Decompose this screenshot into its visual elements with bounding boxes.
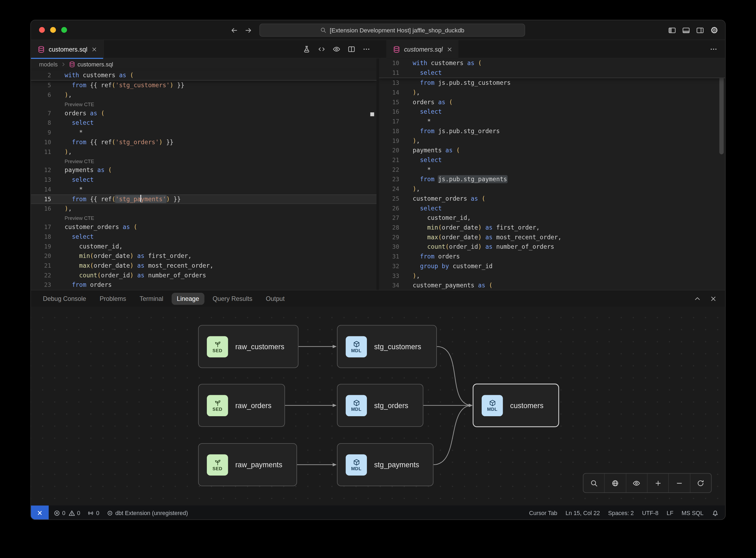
tab-customers-sql-left[interactable]: customers.sql xyxy=(31,40,104,58)
lineage-node-stg_orders[interactable]: MDLstg_orders xyxy=(337,384,423,427)
code-line[interactable]: 21 select xyxy=(379,155,725,165)
code-editor-source[interactable]: 5 from {{ ref('stg_customers') }}6),Prev… xyxy=(31,80,376,290)
lineage-node-stg_payments[interactable]: MDLstg_payments xyxy=(337,443,433,486)
status-ports[interactable]: 0 xyxy=(87,510,99,516)
panel-tab-terminal[interactable]: Terminal xyxy=(134,293,168,305)
breadcrumb[interactable]: models customers.sql xyxy=(31,58,376,71)
code-line[interactable]: 18 select xyxy=(31,232,376,242)
panel-tab-problems[interactable]: Problems xyxy=(94,293,131,305)
code-line[interactable]: 11), xyxy=(31,147,376,157)
code-line[interactable]: 16), xyxy=(31,204,376,213)
eye-icon[interactable] xyxy=(333,45,340,53)
lineage-node-raw_orders[interactable]: SEDraw_orders xyxy=(198,384,285,427)
code-line[interactable]: 6), xyxy=(31,90,376,100)
code-line[interactable]: 5 from {{ ref('stg_customers') }} xyxy=(31,80,376,90)
code-line[interactable]: 13 select xyxy=(31,175,376,185)
ellipsis-icon[interactable] xyxy=(710,45,718,53)
lineage-toolbar-search[interactable] xyxy=(583,474,604,492)
maximize-panel-icon[interactable] xyxy=(694,295,701,302)
code-line[interactable]: 16 select xyxy=(379,107,725,117)
code-line[interactable]: 10with customers as ( xyxy=(379,58,725,68)
ellipsis-icon[interactable] xyxy=(363,45,370,53)
code-line[interactable]: 17customer_orders as ( xyxy=(31,222,376,232)
code-line[interactable]: 19 customer_id, xyxy=(31,242,376,251)
panel-right-icon[interactable] xyxy=(696,26,704,34)
code-line[interactable]: 26 select xyxy=(379,204,725,213)
gear-icon[interactable] xyxy=(710,26,718,34)
code-line[interactable]: 30 count(order_id) as number_of_orders xyxy=(379,242,725,252)
panel-tab-output[interactable]: Output xyxy=(261,293,290,305)
lineage-toolbar-zoom-in[interactable] xyxy=(647,474,668,492)
status-indentation[interactable]: Spaces: 2 xyxy=(608,510,634,516)
code-line[interactable]: 20 min(order_date) as first_order, xyxy=(31,251,376,261)
code-line[interactable]: 31 from orders xyxy=(379,252,725,261)
code-line[interactable]: 22 * xyxy=(379,165,725,175)
code-line[interactable]: 15orders as ( xyxy=(379,98,725,107)
code-line[interactable]: 33), xyxy=(379,271,725,281)
flask-icon[interactable] xyxy=(303,45,311,53)
status-language-mode[interactable]: MS SQL xyxy=(681,510,703,516)
codelens-row[interactable]: Preview CTE xyxy=(31,157,376,165)
code-line[interactable]: 22 count(order_id) as number_of_orders xyxy=(31,271,376,280)
code-line[interactable]: 11 select xyxy=(379,68,725,78)
status-cursor-position[interactable]: Ln 15, Col 22 xyxy=(565,510,600,516)
code-line[interactable]: 20payments as ( xyxy=(379,146,725,155)
close-panel-icon[interactable] xyxy=(710,295,717,302)
close-tab-icon[interactable] xyxy=(447,46,453,52)
panel-left-icon[interactable] xyxy=(668,26,676,34)
lineage-node-stg_customers[interactable]: MDLstg_customers xyxy=(337,325,437,368)
codelens-row[interactable]: Preview CTE xyxy=(31,100,376,108)
breadcrumb-folder[interactable]: models xyxy=(39,61,58,68)
breadcrumb-file[interactable]: customers.sql xyxy=(69,61,113,68)
code-line[interactable]: 14), xyxy=(379,88,725,98)
status-problems[interactable]: 00 xyxy=(53,510,80,516)
status-encoding[interactable]: UTF-8 xyxy=(642,510,658,516)
code-line[interactable]: 17 * xyxy=(379,117,725,126)
lineage-node-customers[interactable]: MDLcustomers xyxy=(473,384,559,427)
lineage-toolbar-refresh[interactable] xyxy=(690,474,711,492)
code-line[interactable]: 2with customers as ( xyxy=(31,71,376,80)
status-eol[interactable]: LF xyxy=(667,510,673,516)
status-cursor-tab[interactable]: Cursor Tab xyxy=(529,510,557,516)
code-line[interactable]: 10 from {{ ref('stg_orders') }} xyxy=(31,137,376,147)
code-line[interactable]: 29 max(order_date) as most_recent_order, xyxy=(379,232,725,242)
codelens-row[interactable]: Preview CTE xyxy=(31,213,376,222)
status-dbt-extension[interactable]: dbt Extension (unregistered) xyxy=(107,510,188,516)
tab-customers-sql-right[interactable]: customers.sql xyxy=(386,40,459,58)
lineage-canvas[interactable]: SEDraw_customersMDLstg_customersSEDraw_o… xyxy=(31,307,725,506)
split-editor-icon[interactable] xyxy=(347,45,355,53)
lineage-node-raw_customers[interactable]: SEDraw_customers xyxy=(198,325,298,368)
panel-tab-lineage[interactable]: Lineage xyxy=(172,293,204,305)
code-line[interactable]: 14 * xyxy=(31,185,376,195)
code-line[interactable]: 25customer_orders as ( xyxy=(379,194,725,204)
code-line[interactable]: 34customer_payments as ( xyxy=(379,281,725,290)
code-line[interactable]: 13 from js.pub.stg_customers xyxy=(379,78,725,88)
lineage-toolbar-eye[interactable] xyxy=(626,474,647,492)
lineage-node-raw_payments[interactable]: SEDraw_payments xyxy=(198,443,297,486)
minimize-window-button[interactable] xyxy=(50,27,56,33)
code-line[interactable]: 15 from {{ ref('stg_payments') }} xyxy=(31,195,376,204)
code-line[interactable]: 7orders as ( xyxy=(31,108,376,118)
back-arrow-icon[interactable] xyxy=(231,26,238,34)
code-line[interactable]: 27 customer_id, xyxy=(379,213,725,223)
panel-tab-query-results[interactable]: Query Results xyxy=(207,293,258,305)
code-line[interactable]: 9 * xyxy=(31,128,376,137)
code-line[interactable]: 19), xyxy=(379,136,725,146)
close-tab-icon[interactable] xyxy=(91,46,98,52)
status-notifications[interactable] xyxy=(712,509,719,517)
panel-tab-debug-console[interactable]: Debug Console xyxy=(37,293,91,305)
code-line[interactable]: 12payments as ( xyxy=(31,165,376,175)
remote-indicator[interactable] xyxy=(31,505,49,520)
code-editor-compiled[interactable]: 13 from js.pub.stg_customers14),15orders… xyxy=(379,78,725,290)
code-line[interactable]: 21 max(order_date) as most_recent_order, xyxy=(31,261,376,271)
code-line[interactable]: 32 group by customer_id xyxy=(379,261,725,271)
code-line[interactable]: 8 select xyxy=(31,118,376,128)
close-window-button[interactable] xyxy=(39,27,45,33)
code-line[interactable]: 18 from js.pub.stg_orders xyxy=(379,126,725,136)
lineage-toolbar-zoom-out[interactable] xyxy=(669,474,690,492)
code-line[interactable]: 23 from orders xyxy=(31,280,376,290)
code-line[interactable]: 23 from js.pub.stg_payments xyxy=(379,175,725,184)
panel-bottom-icon[interactable] xyxy=(682,26,690,34)
code-line[interactable]: 24), xyxy=(379,184,725,194)
code-line[interactable]: 28 min(order_date) as first_order, xyxy=(379,223,725,232)
